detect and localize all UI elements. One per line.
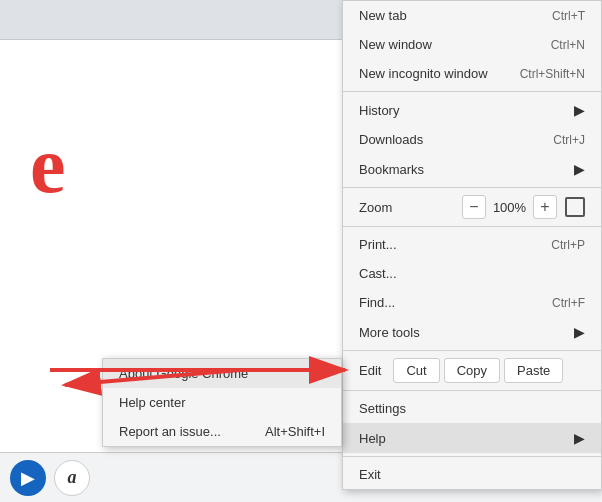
- zoom-controls: − 100% +: [462, 195, 557, 219]
- submenu-item-report[interactable]: Report an issue... Alt+Shift+I: [103, 417, 341, 446]
- menu-item-new-window[interactable]: New window Ctrl+N: [343, 30, 601, 59]
- help-submenu: About Google Chrome Help center Report a…: [102, 358, 342, 447]
- menu-item-label: History: [359, 103, 399, 118]
- context-menu: New tab Ctrl+T New window Ctrl+N New inc…: [342, 0, 602, 490]
- fullscreen-button[interactable]: [565, 197, 585, 217]
- menu-item-label: New tab: [359, 8, 407, 23]
- menu-item-shortcut: Ctrl+N: [551, 38, 585, 52]
- menu-item-label: Bookmarks: [359, 162, 424, 177]
- menu-item-label: Help: [359, 431, 386, 446]
- separator-1: [343, 91, 601, 92]
- separator-3: [343, 226, 601, 227]
- separator-4: [343, 350, 601, 351]
- separator-6: [343, 456, 601, 457]
- browser-background: ☆ ⋮ e ▶ a New t: [0, 0, 602, 502]
- menu-item-downloads[interactable]: Downloads Ctrl+J: [343, 125, 601, 154]
- submenu-arrow-icon: ▶: [574, 324, 585, 340]
- submenu-item-label: Help center: [119, 395, 185, 410]
- menu-item-more-tools[interactable]: More tools ▶: [343, 317, 601, 347]
- menu-item-label: Cast...: [359, 266, 397, 281]
- play-icon[interactable]: ▶: [10, 460, 46, 496]
- menu-item-exit[interactable]: Exit: [343, 460, 601, 489]
- menu-item-label: Print...: [359, 237, 397, 252]
- menu-item-shortcut: Ctrl+F: [552, 296, 585, 310]
- zoom-plus-button[interactable]: +: [533, 195, 557, 219]
- submenu-item-shortcut: Alt+Shift+I: [265, 424, 325, 439]
- submenu-item-help-center[interactable]: Help center: [103, 388, 341, 417]
- logo: e: [30, 120, 66, 211]
- zoom-value: 100%: [492, 200, 527, 215]
- zoom-minus-button[interactable]: −: [462, 195, 486, 219]
- menu-item-label: Find...: [359, 295, 395, 310]
- menu-item-label: New window: [359, 37, 432, 52]
- separator-2: [343, 187, 601, 188]
- menu-item-label: Downloads: [359, 132, 423, 147]
- submenu-arrow-icon: ▶: [574, 161, 585, 177]
- menu-item-settings[interactable]: Settings: [343, 394, 601, 423]
- menu-item-cast[interactable]: Cast...: [343, 259, 601, 288]
- menu-item-shortcut: Ctrl+T: [552, 9, 585, 23]
- submenu-item-label: Report an issue...: [119, 424, 221, 439]
- menu-item-label: More tools: [359, 325, 420, 340]
- menu-item-shortcut: Ctrl+P: [551, 238, 585, 252]
- amazon-icon[interactable]: a: [54, 460, 90, 496]
- edit-label: Edit: [359, 363, 381, 378]
- menu-item-label: Exit: [359, 467, 381, 482]
- cut-button[interactable]: Cut: [393, 358, 439, 383]
- menu-item-new-tab[interactable]: New tab Ctrl+T: [343, 1, 601, 30]
- menu-item-label: Settings: [359, 401, 406, 416]
- menu-item-label: New incognito window: [359, 66, 488, 81]
- separator-5: [343, 390, 601, 391]
- submenu-arrow-icon: ▶: [574, 102, 585, 118]
- copy-button[interactable]: Copy: [444, 358, 500, 383]
- zoom-label: Zoom: [359, 200, 454, 215]
- submenu-item-about[interactable]: About Google Chrome: [103, 359, 341, 388]
- menu-item-history[interactable]: History ▶: [343, 95, 601, 125]
- menu-item-incognito[interactable]: New incognito window Ctrl+Shift+N: [343, 59, 601, 88]
- menu-item-print[interactable]: Print... Ctrl+P: [343, 230, 601, 259]
- paste-button[interactable]: Paste: [504, 358, 563, 383]
- zoom-row: Zoom − 100% +: [343, 191, 601, 223]
- submenu-arrow-icon: ▶: [574, 430, 585, 446]
- submenu-item-label: About Google Chrome: [119, 366, 248, 381]
- menu-item-help[interactable]: Help ▶: [343, 423, 601, 453]
- edit-row: Edit Cut Copy Paste: [343, 354, 601, 387]
- menu-item-shortcut: Ctrl+Shift+N: [520, 67, 585, 81]
- menu-item-bookmarks[interactable]: Bookmarks ▶: [343, 154, 601, 184]
- menu-item-find[interactable]: Find... Ctrl+F: [343, 288, 601, 317]
- menu-item-shortcut: Ctrl+J: [553, 133, 585, 147]
